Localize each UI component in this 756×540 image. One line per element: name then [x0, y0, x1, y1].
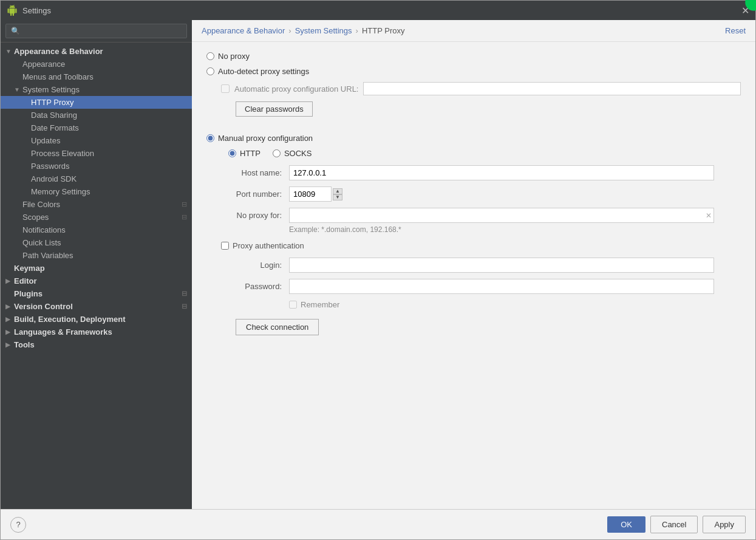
sidebar-item-date-formats[interactable]: Date Formats	[1, 121, 192, 134]
sidebar-item-android-sdk[interactable]: Android SDK	[1, 173, 192, 185]
password-input[interactable]	[289, 279, 714, 294]
sidebar-label: System Settings	[22, 85, 80, 94]
sidebar: ▼ Appearance & Behavior Appearance Menus…	[1, 20, 192, 509]
port-decrement-button[interactable]: ▼	[333, 194, 342, 200]
expand-arrow: ▶	[5, 316, 14, 323]
sidebar-label: Editor	[14, 276, 37, 285]
socks-radio-label[interactable]: SOCKS	[273, 149, 312, 158]
port-increment-button[interactable]: ▲	[333, 188, 342, 194]
sidebar-label: Appearance	[22, 60, 65, 69]
sidebar-label: Version Control	[14, 302, 73, 311]
port-number-input[interactable]	[289, 186, 332, 202]
sidebar-label: Date Formats	[31, 123, 79, 132]
socks-label: SOCKS	[284, 149, 312, 158]
proxy-auth-row: Proxy authentication	[206, 241, 741, 250]
no-proxy-text: No proxy	[218, 52, 250, 61]
android-icon	[7, 5, 18, 16]
sidebar-item-http-proxy[interactable]: HTTP Proxy	[1, 96, 192, 109]
proxy-type-row: HTTP SOCKS	[206, 149, 741, 158]
login-label: Login:	[221, 261, 282, 270]
sidebar-label: Tools	[14, 340, 35, 349]
sidebar-item-quick-lists[interactable]: Quick Lists	[1, 236, 192, 249]
example-text: Example: *.domain.com, 192.168.*	[289, 225, 741, 234]
sidebar-item-memory-settings[interactable]: Memory Settings	[1, 185, 192, 198]
sidebar-item-data-sharing[interactable]: Data Sharing	[1, 109, 192, 121]
manual-proxy-group: Manual proxy configuration	[206, 134, 741, 143]
sidebar-item-plugins[interactable]: Plugins ⊟	[1, 287, 192, 300]
check-connection-button[interactable]: Check connection	[236, 319, 319, 335]
auto-detect-text: Auto-detect proxy settings	[218, 67, 309, 76]
sidebar-label: Menus and Toolbars	[22, 72, 94, 81]
remember-checkbox[interactable]	[289, 301, 297, 309]
sidebar-item-menus-toolbars[interactable]: Menus and Toolbars	[1, 70, 192, 83]
sidebar-item-appearance[interactable]: Appearance	[1, 58, 192, 70]
socks-radio[interactable]	[273, 149, 281, 157]
sidebar-item-system-settings[interactable]: ▼ System Settings	[1, 83, 192, 96]
no-proxy-group: No proxy	[206, 52, 741, 61]
search-input[interactable]	[5, 24, 187, 38]
reset-link[interactable]: Reset	[725, 26, 746, 35]
manual-proxy-label[interactable]: Manual proxy configuration	[206, 134, 313, 143]
apply-button[interactable]: Apply	[703, 516, 746, 533]
no-proxy-clear-icon[interactable]: ✕	[706, 211, 712, 220]
expand-arrow: ▼	[5, 48, 14, 55]
sidebar-item-passwords[interactable]: Passwords	[1, 160, 192, 173]
sidebar-label: Scopes	[22, 213, 49, 222]
expand-arrow: ▼	[14, 86, 22, 93]
no-proxy-for-input[interactable]	[289, 208, 714, 223]
login-row: Login:	[206, 258, 741, 273]
sidebar-item-version-control[interactable]: ▶ Version Control ⊟	[1, 300, 192, 313]
proxy-auth-checkbox[interactable]	[221, 242, 229, 250]
bottom-bar: ? OK Cancel Apply	[1, 509, 755, 539]
sidebar-item-notifications[interactable]: Notifications	[1, 224, 192, 236]
port-spinner: ▲ ▼	[333, 188, 342, 200]
sidebar-item-tools[interactable]: ▶ Tools	[1, 338, 192, 351]
sidebar-item-process-elevation[interactable]: Process Elevation	[1, 147, 192, 160]
proxy-auth-label: Proxy authentication	[233, 241, 304, 250]
breadcrumb: Appearance & Behavior › System Settings …	[202, 26, 405, 35]
sidebar-item-build-execution[interactable]: ▶ Build, Execution, Deployment	[1, 313, 192, 326]
help-button[interactable]: ?	[10, 517, 26, 533]
password-row: Password:	[206, 279, 741, 294]
http-radio[interactable]	[228, 149, 236, 157]
sidebar-label: Plugins	[14, 289, 43, 298]
breadcrumb-sep-1: ›	[288, 26, 291, 35]
sidebar-item-path-variables[interactable]: Path Variables	[1, 249, 192, 262]
port-number-label: Port number:	[221, 190, 282, 199]
ok-button[interactable]: OK	[607, 516, 645, 533]
sidebar-item-keymap[interactable]: Keymap	[1, 262, 192, 275]
sidebar-item-scopes[interactable]: Scopes ⊟	[1, 211, 192, 224]
sidebar-item-appearance-behavior[interactable]: ▼ Appearance & Behavior	[1, 45, 192, 58]
cancel-button[interactable]: Cancel	[650, 516, 698, 533]
manual-proxy-radio[interactable]	[206, 134, 214, 142]
no-proxy-radio[interactable]	[206, 52, 214, 60]
auto-config-checkbox[interactable]	[221, 84, 230, 93]
auto-detect-label[interactable]: Auto-detect proxy settings	[206, 67, 309, 76]
sidebar-item-updates[interactable]: Updates	[1, 134, 192, 147]
no-proxy-label[interactable]: No proxy	[206, 52, 250, 61]
sidebar-item-languages[interactable]: ▶ Languages & Frameworks	[1, 326, 192, 338]
sidebar-label: HTTP Proxy	[31, 98, 74, 107]
window-title: Settings	[22, 6, 51, 15]
breadcrumb-part-1: Appearance & Behavior	[202, 26, 285, 35]
sidebar-item-file-colors[interactable]: File Colors ⊟	[1, 198, 192, 211]
sidebar-item-editor[interactable]: ▶ Editor	[1, 275, 192, 287]
sidebar-label: Keymap	[14, 264, 45, 273]
sidebar-label: Quick Lists	[22, 238, 61, 247]
manual-proxy-text: Manual proxy configuration	[218, 134, 313, 143]
auto-detect-radio[interactable]	[206, 67, 214, 75]
login-input[interactable]	[289, 258, 714, 273]
auto-config-url-row: Automatic proxy configuration URL:	[206, 82, 741, 95]
auto-config-input[interactable]	[363, 82, 741, 95]
breadcrumb-part-2: System Settings	[295, 26, 352, 35]
expand-arrow: ▶	[5, 303, 14, 310]
search-bar	[1, 20, 192, 43]
host-name-row: Host name:	[206, 165, 741, 180]
sidebar-label: Android SDK	[31, 174, 77, 183]
http-radio-label[interactable]: HTTP	[228, 149, 261, 158]
sidebar-label: Appearance & Behavior	[14, 47, 103, 56]
sidebar-label: Process Elevation	[31, 149, 94, 158]
sidebar-label: Build, Execution, Deployment	[14, 315, 125, 324]
clear-passwords-button[interactable]: Clear passwords	[236, 101, 313, 117]
host-name-input[interactable]	[289, 165, 714, 180]
